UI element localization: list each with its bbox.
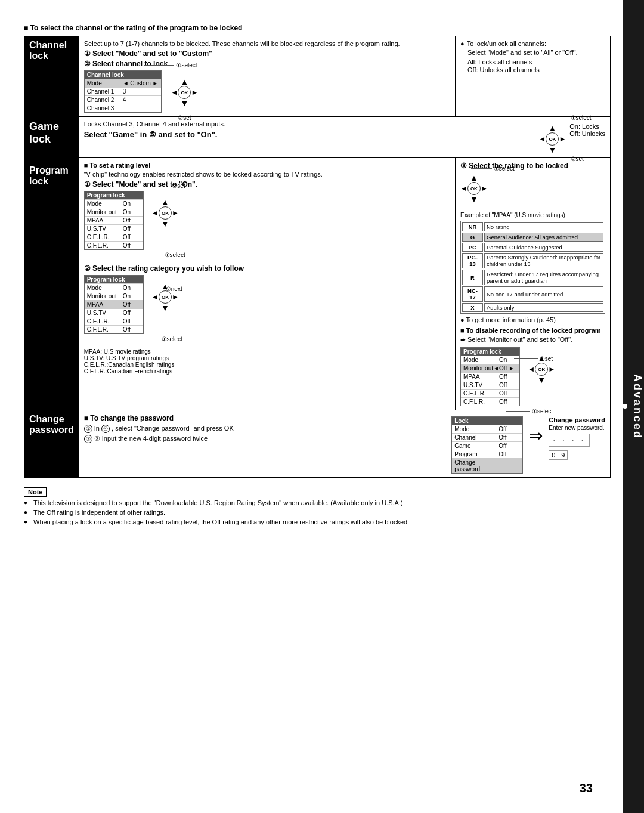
pl-set-rating-title: ■ To set a rating level xyxy=(84,162,450,169)
cp-pw-digits: 0 - 9 xyxy=(549,450,568,460)
main-table: Channel lock Select up to 7 (1-7) channe… xyxy=(24,36,611,478)
change-password-content: ■ To change the password ① In ④ , select… xyxy=(79,410,610,478)
gl-on: On: Locks xyxy=(569,123,605,130)
pl-callout-sel2: ①select xyxy=(162,336,182,342)
cp-arrow: ⇒ xyxy=(529,426,543,446)
pl-step2: ② Select the rating category you wish to… xyxy=(84,264,450,273)
remote-mid-cl: ◄ OK ► xyxy=(171,86,199,99)
ok-btn-cl[interactable]: OK xyxy=(178,86,191,99)
callout-set-cl: ②set xyxy=(178,115,191,121)
channel-lock-label: Channel lock xyxy=(24,36,79,117)
gl-off: Off: Unlocks xyxy=(569,130,605,137)
section-header: ■ To select the channel or the rating of… xyxy=(24,24,611,32)
program-lock-right: ③ Select the rating to be locked ①select… xyxy=(456,158,611,410)
cl-note-off: Off: Unlocks all channels xyxy=(460,66,605,73)
pl-example: Example of "MPAA" (U.S movie ratings) xyxy=(460,212,605,218)
cl-note-sub1: Select "Mode" and set to "All" or "Off". xyxy=(460,49,605,56)
cp-label1: Change xyxy=(29,414,64,424)
pl-remote3: ▲ ◄ OK ► ▼ xyxy=(460,174,488,203)
pl-callout-set1: ②set xyxy=(172,183,185,189)
note-label: Note xyxy=(24,487,47,497)
note-item-3: When placing a lock on a specific-age-ba… xyxy=(24,518,611,525)
channel-lock-row: Channel lock Select up to 7 (1-7) channe… xyxy=(24,36,611,117)
ok-btn-pl4[interactable]: OK xyxy=(535,363,548,376)
game-lock-label: Game lock xyxy=(24,117,79,158)
channel-lock-notes: ● To lock/unlock all channels: Select "M… xyxy=(456,36,611,117)
channel-lock-osd: Channel lock Mode ◄ Custom ► Channel 1 3 xyxy=(84,70,162,113)
osd-row-ch1: Channel 1 3 xyxy=(85,87,161,95)
cp-step2: ② ② Input the new 4-digit password twice xyxy=(84,435,440,443)
cp-pw-prompt: Enter new password. xyxy=(549,425,605,431)
gl-callout-set: ②set xyxy=(571,156,584,162)
ok-btn-pl1[interactable]: OK xyxy=(159,206,172,220)
osd-row-ch2: Channel 2 4 xyxy=(85,95,161,104)
note-item-2: The Off rating is independent of other r… xyxy=(24,509,611,516)
remote-down-cl: ▼ xyxy=(180,99,188,107)
game-lock-remote: ▲ ◄ OK ► ▼ xyxy=(539,124,566,154)
program-lock-osd2: Program lock Mode On Monitor out On MPAA xyxy=(84,275,144,334)
cp-step1: ① In ④ , select "Change password" and pr… xyxy=(84,425,440,433)
channel-lock-diagram: ①select Channel lock Mode ◄ Custom ► Cha… xyxy=(84,70,450,113)
cl-note1: ● To lock/unlock all channels: xyxy=(460,40,605,47)
change-password-label: Change password xyxy=(24,410,79,478)
channel-lock-label-line1: Channel xyxy=(29,40,67,50)
pl-label2: lock xyxy=(29,176,48,186)
cp-title: ■ To change the password xyxy=(84,414,440,422)
program-lock-label: Program lock xyxy=(24,158,79,410)
program-lock-row: Program lock ■ To set a rating level "V-… xyxy=(24,158,611,410)
ratings-footer: MPAA: U.S movie ratings U.S.TV: U.S TV p… xyxy=(84,348,450,375)
cl-note-all: All: Locks all channels xyxy=(460,58,605,66)
pl-disable-title: ■ To disable recording of the locked pro… xyxy=(460,327,605,334)
game-lock-intro: Locks Channel 3, Channel 4 and external … xyxy=(84,120,527,128)
cp-pw-title: Change password xyxy=(549,416,605,423)
password-panel: Change password Enter new password. · · … xyxy=(549,416,605,460)
channel-lock-step1: ① Select "Mode" and set to "Custom" xyxy=(84,50,450,58)
game-lock-content: Locks Channel 3, Channel 4 and external … xyxy=(79,117,610,158)
remote-up-cl: ▲ xyxy=(180,78,188,86)
ok-btn-gl[interactable]: OK xyxy=(546,132,559,146)
osd-row-mode: Mode ◄ Custom ► xyxy=(85,79,161,87)
program-lock-osd1: Program lock Mode On Monitor out On MPAA xyxy=(84,191,144,250)
pl-callout-sel4: ①select xyxy=(532,408,553,415)
ok-btn-pl3[interactable]: OK xyxy=(467,182,481,195)
cp-label2: password xyxy=(29,425,74,435)
side-tab-label: Advanced xyxy=(631,373,644,439)
pl-label1: Program xyxy=(29,165,69,175)
channel-lock-remote: ▲ ◄ OK ► ▼ xyxy=(171,78,199,107)
game-lock-step: Select "Game" in ⑤ and set to "On". xyxy=(84,130,527,139)
channel-lock-step2: ② Select channel to lock. xyxy=(84,60,450,68)
ok-btn-pl2[interactable]: OK xyxy=(159,290,172,304)
channel-lock-intro: Select up to 7 (1-7) channels to be bloc… xyxy=(84,40,450,47)
side-tab-dot xyxy=(623,404,628,409)
pl-callout-sel3: ①select xyxy=(494,165,515,172)
pl-remote1: ▲ ◄ OK ► ▼ xyxy=(151,198,179,228)
channel-lock-label-line2: lock xyxy=(29,51,48,61)
pl-more-info: ● To get more information (p. 45) xyxy=(460,316,605,323)
osd-title-cl: Channel lock xyxy=(85,71,161,79)
pl-disable-step: ➨ Select "Monitor out" and set to "Off". xyxy=(460,336,605,344)
gl-callout-select: ①select xyxy=(571,115,592,121)
osd-row-ch3: Channel 3 – xyxy=(85,104,161,112)
pl-callout-sel1: ①select xyxy=(165,252,185,258)
program-lock-osd3: Program lock Mode On Monitor out◄ Off ► … xyxy=(460,347,520,406)
change-password-row: Change password ■ To change the password… xyxy=(24,410,611,478)
game-lock-label-text: Game lock xyxy=(29,120,59,145)
channel-lock-content: Select up to 7 (1-7) channels to be bloc… xyxy=(79,36,455,117)
game-lock-row: Game lock Locks Channel 3, Channel 4 and… xyxy=(24,117,611,158)
ratings-table: NR No rating G General Audience: All age… xyxy=(460,221,605,314)
pl-callout-set3: ②set xyxy=(540,356,553,362)
cp-pw-dots: · · · · xyxy=(549,434,590,447)
note-section: Note This television is designed to supp… xyxy=(24,487,611,525)
page-number: 33 xyxy=(580,781,593,795)
callout-select-cl: ①select xyxy=(176,62,197,69)
advanced-side-tab: Advanced xyxy=(623,0,644,813)
note-item-1: This television is designed to support t… xyxy=(24,499,611,506)
program-lock-left: ■ To set a rating level "V-chip" technol… xyxy=(79,158,455,410)
pl-callout-next: ②next xyxy=(166,286,182,292)
lock-menu: Lock Mode Off Channel Off xyxy=(451,416,523,474)
pl-set-rating-desc: "V-chip" technology enables restricted s… xyxy=(84,171,450,178)
